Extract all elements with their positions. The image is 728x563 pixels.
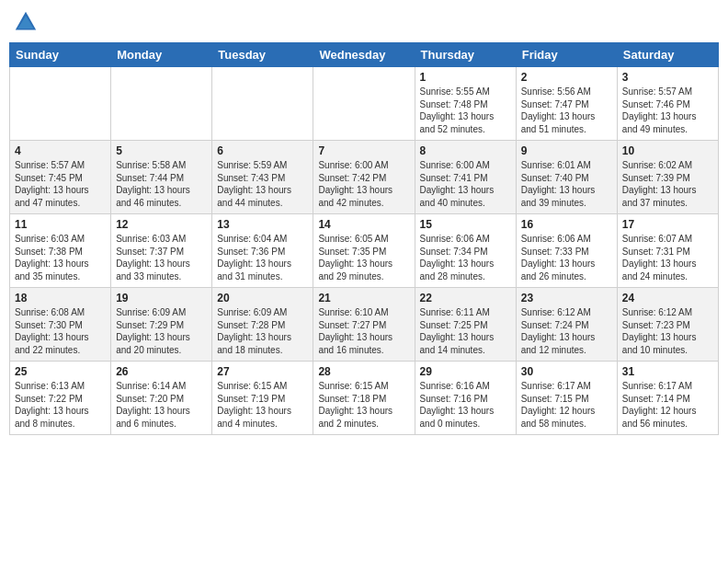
calendar-week-row: 4Sunrise: 5:57 AM Sunset: 7:45 PM Daylig…: [10, 141, 719, 214]
day-number: 9: [521, 144, 612, 157]
day-number: 2: [521, 71, 612, 84]
day-info: Sunrise: 5:58 AM Sunset: 7:44 PM Dayligh…: [116, 159, 207, 209]
calendar-cell: 21Sunrise: 6:10 AM Sunset: 7:27 PM Dayli…: [313, 288, 415, 362]
day-number: 12: [116, 218, 207, 231]
calendar-cell: [10, 67, 111, 141]
day-info: Sunrise: 6:14 AM Sunset: 7:20 PM Dayligh…: [116, 380, 207, 430]
weekday-header: Monday: [111, 43, 212, 67]
day-number: 17: [622, 218, 713, 231]
calendar-cell: 11Sunrise: 6:03 AM Sunset: 7:38 PM Dayli…: [10, 214, 111, 288]
day-info: Sunrise: 6:03 AM Sunset: 7:37 PM Dayligh…: [116, 233, 207, 282]
calendar-cell: 16Sunrise: 6:06 AM Sunset: 7:33 PM Dayli…: [516, 214, 617, 288]
calendar-cell: 29Sunrise: 6:16 AM Sunset: 7:16 PM Dayli…: [415, 362, 516, 435]
day-info: Sunrise: 6:17 AM Sunset: 7:15 PM Dayligh…: [521, 380, 612, 430]
calendar-cell: 9Sunrise: 6:01 AM Sunset: 7:40 PM Daylig…: [516, 141, 617, 214]
calendar-cell: 5Sunrise: 5:58 AM Sunset: 7:44 PM Daylig…: [111, 141, 212, 214]
day-info: Sunrise: 5:55 AM Sunset: 7:48 PM Dayligh…: [420, 86, 511, 135]
day-info: Sunrise: 6:00 AM Sunset: 7:41 PM Dayligh…: [420, 159, 511, 209]
day-number: 31: [622, 365, 713, 378]
calendar-cell: 30Sunrise: 6:17 AM Sunset: 7:15 PM Dayli…: [516, 362, 617, 435]
calendar-cell: 12Sunrise: 6:03 AM Sunset: 7:37 PM Dayli…: [111, 214, 212, 288]
calendar-cell: 27Sunrise: 6:15 AM Sunset: 7:19 PM Dayli…: [212, 362, 313, 435]
day-info: Sunrise: 6:15 AM Sunset: 7:18 PM Dayligh…: [318, 380, 409, 430]
calendar-cell: 4Sunrise: 5:57 AM Sunset: 7:45 PM Daylig…: [10, 141, 111, 214]
weekday-header: Saturday: [617, 43, 718, 67]
logo: [13, 9, 42, 35]
day-info: Sunrise: 6:05 AM Sunset: 7:35 PM Dayligh…: [318, 233, 409, 282]
day-number: 11: [15, 218, 106, 231]
day-info: Sunrise: 6:08 AM Sunset: 7:30 PM Dayligh…: [15, 306, 106, 356]
day-number: 18: [15, 292, 106, 304]
day-number: 10: [622, 144, 713, 157]
day-number: 15: [420, 218, 511, 231]
calendar-week-row: 11Sunrise: 6:03 AM Sunset: 7:38 PM Dayli…: [10, 214, 719, 288]
day-info: Sunrise: 6:12 AM Sunset: 7:23 PM Dayligh…: [622, 306, 713, 356]
calendar-cell: [212, 67, 313, 141]
day-number: 4: [15, 144, 106, 157]
header: [9, 9, 719, 35]
day-info: Sunrise: 5:59 AM Sunset: 7:43 PM Dayligh…: [217, 159, 308, 209]
weekday-header: Thursday: [415, 43, 516, 67]
day-info: Sunrise: 6:02 AM Sunset: 7:39 PM Dayligh…: [622, 159, 713, 209]
calendar-cell: 6Sunrise: 5:59 AM Sunset: 7:43 PM Daylig…: [212, 141, 313, 214]
day-number: 16: [521, 218, 612, 231]
day-number: 28: [318, 365, 409, 378]
calendar-cell: 18Sunrise: 6:08 AM Sunset: 7:30 PM Dayli…: [10, 288, 111, 362]
day-info: Sunrise: 6:15 AM Sunset: 7:19 PM Dayligh…: [217, 380, 308, 430]
weekday-header: Tuesday: [212, 43, 313, 67]
day-info: Sunrise: 6:06 AM Sunset: 7:33 PM Dayligh…: [521, 233, 612, 282]
day-number: 27: [217, 365, 308, 378]
calendar-cell: [111, 67, 212, 141]
calendar-cell: 10Sunrise: 6:02 AM Sunset: 7:39 PM Dayli…: [617, 141, 718, 214]
day-number: 5: [116, 144, 207, 157]
calendar: SundayMondayTuesdayWednesdayThursdayFrid…: [9, 42, 719, 435]
weekday-header: Friday: [516, 43, 617, 67]
calendar-cell: 7Sunrise: 6:00 AM Sunset: 7:42 PM Daylig…: [313, 141, 415, 214]
calendar-week-row: 18Sunrise: 6:08 AM Sunset: 7:30 PM Dayli…: [10, 288, 719, 362]
day-number: 30: [521, 365, 612, 378]
calendar-cell: 24Sunrise: 6:12 AM Sunset: 7:23 PM Dayli…: [617, 288, 718, 362]
day-info: Sunrise: 6:11 AM Sunset: 7:25 PM Dayligh…: [420, 306, 511, 356]
day-number: 25: [15, 365, 106, 378]
day-number: 13: [217, 218, 308, 231]
day-info: Sunrise: 6:04 AM Sunset: 7:36 PM Dayligh…: [217, 233, 308, 282]
day-number: 26: [116, 365, 207, 378]
day-info: Sunrise: 6:09 AM Sunset: 7:29 PM Dayligh…: [116, 306, 207, 356]
calendar-cell: 26Sunrise: 6:14 AM Sunset: 7:20 PM Dayli…: [111, 362, 212, 435]
day-info: Sunrise: 5:56 AM Sunset: 7:47 PM Dayligh…: [521, 86, 612, 135]
calendar-cell: 25Sunrise: 6:13 AM Sunset: 7:22 PM Dayli…: [10, 362, 111, 435]
calendar-cell: 3Sunrise: 5:57 AM Sunset: 7:46 PM Daylig…: [617, 67, 718, 141]
day-info: Sunrise: 6:10 AM Sunset: 7:27 PM Dayligh…: [318, 306, 409, 356]
calendar-cell: 2Sunrise: 5:56 AM Sunset: 7:47 PM Daylig…: [516, 67, 617, 141]
day-info: Sunrise: 6:07 AM Sunset: 7:31 PM Dayligh…: [622, 233, 713, 282]
calendar-cell: 20Sunrise: 6:09 AM Sunset: 7:28 PM Dayli…: [212, 288, 313, 362]
calendar-cell: 22Sunrise: 6:11 AM Sunset: 7:25 PM Dayli…: [415, 288, 516, 362]
day-info: Sunrise: 6:03 AM Sunset: 7:38 PM Dayligh…: [15, 233, 106, 282]
day-info: Sunrise: 5:57 AM Sunset: 7:46 PM Dayligh…: [622, 86, 713, 135]
calendar-cell: 14Sunrise: 6:05 AM Sunset: 7:35 PM Dayli…: [313, 214, 415, 288]
day-number: 1: [420, 71, 511, 84]
weekday-header-row: SundayMondayTuesdayWednesdayThursdayFrid…: [10, 43, 719, 67]
calendar-week-row: 1Sunrise: 5:55 AM Sunset: 7:48 PM Daylig…: [10, 67, 719, 141]
day-info: Sunrise: 6:13 AM Sunset: 7:22 PM Dayligh…: [15, 380, 106, 430]
day-info: Sunrise: 6:16 AM Sunset: 7:16 PM Dayligh…: [420, 380, 511, 430]
calendar-cell: 19Sunrise: 6:09 AM Sunset: 7:29 PM Dayli…: [111, 288, 212, 362]
calendar-week-row: 25Sunrise: 6:13 AM Sunset: 7:22 PM Dayli…: [10, 362, 719, 435]
calendar-cell: 15Sunrise: 6:06 AM Sunset: 7:34 PM Dayli…: [415, 214, 516, 288]
day-number: 20: [217, 292, 308, 304]
day-info: Sunrise: 6:01 AM Sunset: 7:40 PM Dayligh…: [521, 159, 612, 209]
logo-icon: [13, 9, 39, 35]
day-number: 19: [116, 292, 207, 304]
calendar-cell: 31Sunrise: 6:17 AM Sunset: 7:14 PM Dayli…: [617, 362, 718, 435]
weekday-header: Wednesday: [313, 43, 415, 67]
day-info: Sunrise: 6:09 AM Sunset: 7:28 PM Dayligh…: [217, 306, 308, 356]
weekday-header: Sunday: [10, 43, 111, 67]
calendar-cell: 17Sunrise: 6:07 AM Sunset: 7:31 PM Dayli…: [617, 214, 718, 288]
day-number: 22: [420, 292, 511, 304]
day-number: 14: [318, 218, 409, 231]
day-number: 8: [420, 144, 511, 157]
calendar-cell: 1Sunrise: 5:55 AM Sunset: 7:48 PM Daylig…: [415, 67, 516, 141]
calendar-cell: 28Sunrise: 6:15 AM Sunset: 7:18 PM Dayli…: [313, 362, 415, 435]
day-number: 6: [217, 144, 308, 157]
calendar-cell: [313, 67, 415, 141]
